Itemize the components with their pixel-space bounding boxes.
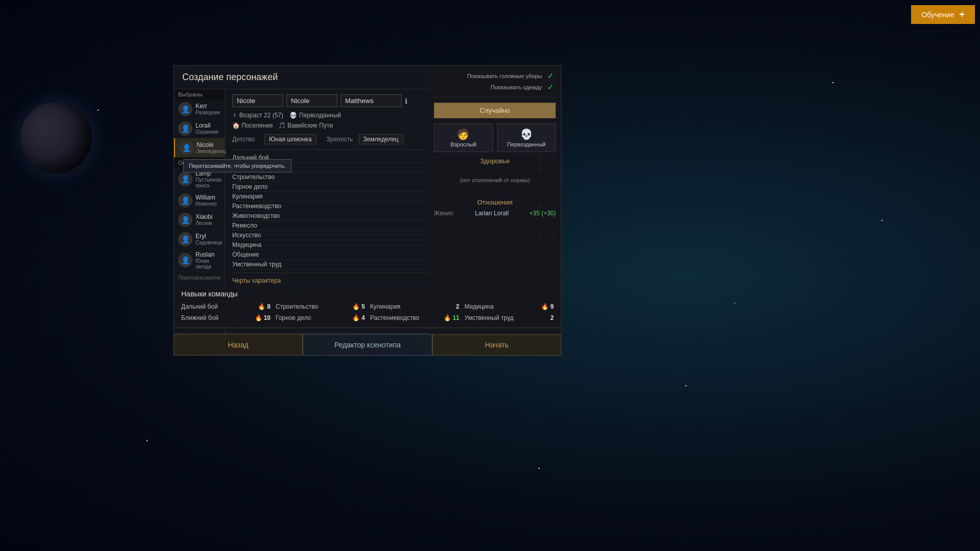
- nick-name-input[interactable]: [286, 94, 337, 107]
- team-flame-melee: 🔥: [255, 314, 262, 321]
- char-role-william: Инженер: [195, 201, 217, 207]
- avatar-eryl: 👤: [178, 232, 192, 246]
- team-val-medicine: 9: [550, 303, 554, 310]
- team-flame-mining: 🔥: [352, 314, 360, 321]
- no-deviation-text: (нет отклонений от нормы): [434, 167, 556, 193]
- relation-label: Жених:: [434, 210, 454, 217]
- house-icon: 🏠: [232, 122, 240, 129]
- team-skill-mining: Горное дело 🔥 4: [276, 313, 365, 322]
- team-flame-farming: 🔥: [444, 314, 451, 321]
- childhood-label: Детство: [232, 136, 260, 143]
- team-flame-medicine: 🔥: [541, 303, 549, 310]
- show-hats-row: Показывать головные уборы ✓: [436, 71, 554, 81]
- show-clothes-row: Показывать одежду ✓: [436, 82, 554, 92]
- team-skill-construction: Строительство 🔥 5: [276, 302, 365, 311]
- relations-section: Отношения Жених: Larian Lorall +35 (+30): [434, 198, 556, 218]
- relations-title: Отношения: [434, 198, 556, 206]
- char-item-lamp[interactable]: 👤 Lamp Пустынная крыса: [174, 168, 225, 191]
- team-val-mining: 4: [361, 314, 365, 321]
- char-role-ruslan: Юная звезда: [195, 258, 220, 269]
- team-skill-melee: Ближний бой 🔥 10: [181, 313, 271, 322]
- adult-type-btn[interactable]: 🧑 Взрослый: [434, 123, 493, 152]
- path-text: Вавийские Пути: [287, 122, 333, 129]
- team-skill-farming: Растениеводство 🔥 11: [370, 313, 459, 322]
- show-clothes-check[interactable]: ✓: [547, 82, 554, 92]
- selected-section-label: Выбраны: [174, 89, 225, 99]
- childhood-row: Детство Юная шпионка: [232, 134, 316, 144]
- team-skill-ranged: Дальний бой 🔥 8: [181, 302, 271, 311]
- info-icon[interactable]: ℹ: [405, 97, 407, 105]
- team-flame-ranged: 🔥: [258, 303, 265, 310]
- path-icon: 🎵: [278, 122, 286, 129]
- origin-indicator: 💀 Первозданный: [289, 112, 341, 119]
- team-val-cooking: 2: [456, 303, 459, 310]
- start-button[interactable]: Начать: [432, 334, 561, 356]
- team-val-melee: 10: [264, 314, 271, 321]
- char-item-kerr[interactable]: 👤 Kerr Разведчик: [174, 99, 225, 119]
- avatar-william: 👤: [178, 193, 192, 208]
- firstborn-icon: 💀: [500, 128, 554, 140]
- char-role-kerr: Разведчик: [195, 110, 220, 115]
- char-role-eryl: Садовница: [195, 240, 222, 245]
- char-name-eryl: Eryl: [195, 233, 222, 240]
- team-skills-title: Навыки команды: [181, 290, 554, 298]
- drag-hint: Перетаскивайте,: [174, 272, 225, 284]
- planet-decoration: [20, 102, 92, 173]
- char-name-xiaobi: Xiaobi: [195, 213, 212, 220]
- bottom-buttons: Назад Редактор ксенотипа Начать: [174, 334, 561, 356]
- tutorial-label: Обучение: [921, 11, 954, 19]
- right-panel-content: Случайно 🧑 Взрослый 💀 Первозданный Здоро…: [429, 97, 561, 223]
- adulthood-row: Зрелость Земледелец: [327, 134, 403, 144]
- adult-icon: 🧑: [436, 128, 491, 140]
- last-name-input[interactable]: [340, 94, 402, 107]
- char-name-lamp: Lamp: [195, 170, 222, 177]
- random-button[interactable]: Случайно: [434, 103, 556, 118]
- team-val-construction: 5: [361, 303, 365, 310]
- char-role-xiaobi: Лесник: [195, 220, 212, 226]
- team-skill-medicine: Медицина 🔥 9: [464, 302, 554, 311]
- location-text: Поселение: [241, 122, 273, 129]
- avatar-kerr: 👤: [178, 102, 192, 116]
- childhood-value[interactable]: Юная шпионка: [264, 134, 316, 144]
- show-clothes-label: Показывать одежду: [491, 84, 542, 90]
- right-panel-header: Показывать головные уборы ✓ Показывать о…: [429, 66, 561, 97]
- char-item-william[interactable]: 👤 William Инженер: [174, 191, 225, 210]
- team-skill-cooking: Кулинария 2: [370, 302, 459, 311]
- char-item-ruslan[interactable]: 👤 Ruslan Юная звезда: [174, 249, 225, 272]
- char-name-kerr: Kerr: [195, 103, 220, 110]
- char-item-lorall[interactable]: 👤 Lorall Охранник: [174, 119, 225, 138]
- avatar-xiaobi: 👤: [178, 213, 192, 227]
- team-val-farming: 11: [453, 314, 459, 321]
- firstborn-type-btn[interactable]: 💀 Первозданный: [497, 123, 556, 152]
- team-val-intellectual: 2: [550, 314, 554, 321]
- char-role-lorall: Охранник: [195, 129, 218, 135]
- gender-icon: ♀: [232, 111, 237, 119]
- avatar-lorall: 👤: [178, 121, 192, 136]
- age-text: Возраст 22 (57): [239, 112, 283, 119]
- relation-name: Larian Lorall: [475, 210, 509, 217]
- path-indicator: 🎵 Вавийские Пути: [278, 122, 333, 129]
- xeno-editor-button[interactable]: Редактор ксенотипа: [303, 334, 432, 356]
- adulthood-value[interactable]: Земледелец: [359, 134, 403, 144]
- avatar-lamp: 👤: [178, 172, 192, 186]
- relation-value: +35 (+30): [529, 210, 556, 217]
- health-title: Здоровье: [434, 157, 556, 165]
- first-name-input[interactable]: [232, 94, 283, 107]
- team-flame-construction: 🔥: [352, 303, 360, 310]
- avatar-nicole: 👤: [179, 141, 193, 155]
- char-item-xiaobi[interactable]: 👤 Xiaobi Лесник: [174, 210, 225, 230]
- left-section-label: Оставлены: [174, 158, 225, 168]
- tutorial-plus: +: [959, 9, 965, 20]
- team-skills-grid: Дальний бой 🔥 8 Строительство 🔥 5 Кулина…: [181, 302, 554, 322]
- location-indicator: 🏠 Поселение: [232, 122, 273, 129]
- firstborn-label: Первозданный: [507, 141, 546, 147]
- show-hats-check[interactable]: ✓: [547, 71, 554, 81]
- char-item-nicole[interactable]: 👤 Nicole Земледелец: [174, 138, 225, 158]
- back-button[interactable]: Назад: [174, 334, 303, 356]
- char-role-lamp: Пустынная крыса: [195, 177, 222, 188]
- tutorial-button[interactable]: Обучение +: [911, 5, 975, 24]
- skull-icon: 💀: [289, 112, 297, 119]
- relation-row-fiance: Жених: Larian Lorall +35 (+30): [434, 208, 556, 218]
- char-item-eryl[interactable]: 👤 Eryl Садовница: [174, 230, 225, 249]
- char-role-nicole: Земледелец: [197, 148, 226, 154]
